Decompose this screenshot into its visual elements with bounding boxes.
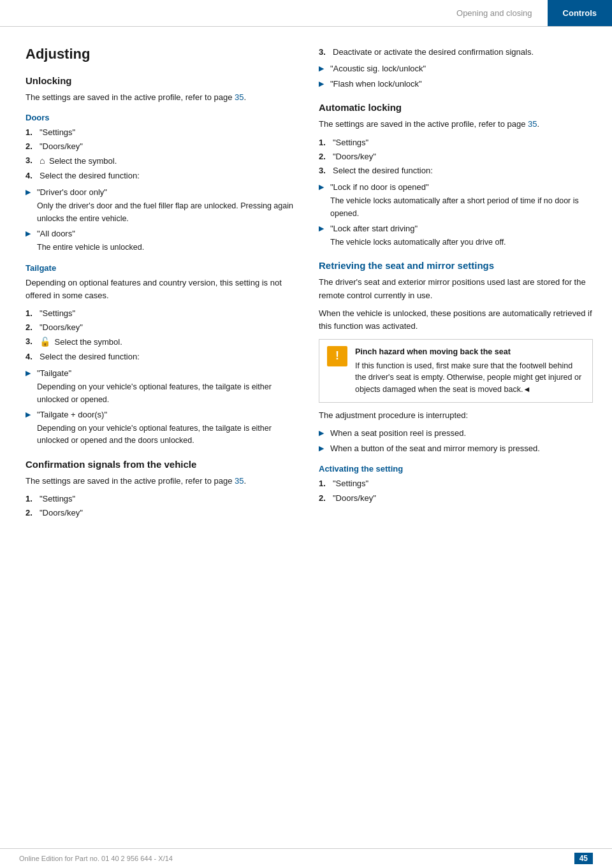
confirmation-intro: The settings are saved in the active pro… bbox=[26, 475, 300, 488]
retrieving-settings-title: Retrieving the seat and mirror settings bbox=[319, 260, 593, 271]
auto-locking-steps-list: 1. "Settings" 2. "Doors/key" 3. Select t… bbox=[319, 136, 593, 177]
doors-step-4: 4. Select the desired function: bbox=[26, 170, 300, 182]
auto-locking-bullets-list: ▶ "Lock if no door is opened" The vehicl… bbox=[319, 181, 593, 249]
confirmation-steps-list: 1. "Settings" 2. "Doors/key" bbox=[26, 493, 300, 519]
interrupted-bullets-list: ▶ When a seat position reel is pressed. … bbox=[319, 427, 593, 455]
bullet-arrow-icon: ▶ bbox=[319, 222, 330, 234]
auto-locking-intro: The settings are saved in the active pro… bbox=[319, 118, 593, 131]
activating-steps-list: 1. "Settings" 2. "Doors/key" bbox=[319, 477, 593, 504]
doors-bullet-1: ▶ "Driver's door only" Only the driver's… bbox=[26, 186, 300, 225]
tailgate-step-1: 1. "Settings" bbox=[26, 307, 300, 320]
page-number: 45 bbox=[574, 853, 593, 864]
retrieving-para2: When the vehicle is unlocked, these posi… bbox=[319, 307, 593, 333]
header-chapter-label: Controls bbox=[548, 0, 612, 26]
doors-bullets-list: ▶ "Driver's door only" Only the driver's… bbox=[26, 186, 300, 254]
main-content: Adjusting Unlocking The settings are sav… bbox=[0, 27, 612, 542]
auto-locking-bullet-2: ▶ "Lock after start driving" The vehicle… bbox=[319, 222, 593, 249]
bullet-arrow-icon: ▶ bbox=[319, 62, 330, 74]
bullet-arrow-icon: ▶ bbox=[26, 409, 37, 420]
doors-step-1: 1. "Settings" bbox=[26, 126, 300, 139]
tailgate-step-3: 3. 🔓 Select the symbol. bbox=[26, 335, 300, 349]
warning-content: Pinch hazard when moving back the seat I… bbox=[355, 346, 585, 396]
auto-locking-step-2: 2. "Doors/key" bbox=[319, 150, 593, 163]
auto-locking-bullet-1: ▶ "Lock if no door is opened" The vehicl… bbox=[319, 181, 593, 220]
confirmation-step-3: 3. Deactivate or activate the desired co… bbox=[319, 46, 593, 59]
confirmation-step-1: 1. "Settings" bbox=[26, 493, 300, 505]
page-title: Adjusting bbox=[26, 46, 300, 62]
warning-box: ! Pinch hazard when moving back the seat… bbox=[319, 339, 593, 403]
activating-step-2: 2. "Doors/key" bbox=[319, 492, 593, 505]
unlocking-title: Unlocking bbox=[26, 75, 300, 86]
confirmation-bullet-2: ▶ "Flash when lock/unlock" bbox=[319, 78, 593, 90]
header-navigation: Opening and closing Controls bbox=[441, 0, 612, 26]
right-column: 3. Deactivate or activate the desired co… bbox=[319, 46, 593, 523]
auto-locking-page-ref[interactable]: 35 bbox=[528, 119, 537, 129]
bullet-arrow-icon: ▶ bbox=[26, 367, 37, 379]
confirmation-step-2: 2. "Doors/key" bbox=[26, 507, 300, 519]
bullet-arrow-icon: ▶ bbox=[319, 442, 330, 454]
tailgate-bullet-2: ▶ "Tailgate + door(s)" Depending on your… bbox=[26, 409, 300, 447]
auto-locking-title: Automatic locking bbox=[319, 102, 593, 113]
unlocking-intro: The settings are saved in the active pro… bbox=[26, 91, 300, 104]
tailgate-intro: Depending on optional features and count… bbox=[26, 277, 300, 302]
door-symbol-icon: ⌂ bbox=[40, 154, 45, 168]
tailgate-bullet-1: ▶ "Tailgate" Depending on your vehicle's… bbox=[26, 367, 300, 406]
page-header: Opening and closing Controls bbox=[0, 0, 612, 27]
auto-locking-step-1: 1. "Settings" bbox=[319, 136, 593, 149]
bullet-arrow-icon: ▶ bbox=[319, 78, 330, 89]
doors-steps-list: 1. "Settings" 2. "Doors/key" 3. ⌂ Select… bbox=[26, 126, 300, 182]
retrieving-para1: The driver's seat and exterior mirror po… bbox=[319, 276, 593, 301]
footer-text: Online Edition for Part no. 01 40 2 956 … bbox=[19, 855, 173, 862]
interrupted-title: The adjustment procedure is interrupted: bbox=[319, 409, 593, 422]
left-column: Adjusting Unlocking The settings are sav… bbox=[26, 46, 300, 523]
confirmation-title: Confirmation signals from the vehicle bbox=[26, 459, 300, 470]
interrupted-bullet-2: ▶ When a button of the seat and mirror m… bbox=[319, 442, 593, 455]
doors-bullet-2: ▶ "All doors" The entire vehicle is unlo… bbox=[26, 228, 300, 254]
warning-body: If this function is used, first make sur… bbox=[355, 361, 581, 394]
confirmation-bullet-1: ▶ "Acoustic sig. lock/unlock" bbox=[319, 62, 593, 75]
bullet-arrow-icon: ▶ bbox=[319, 181, 330, 192]
confirmation-cont-steps: 3. Deactivate or activate the desired co… bbox=[319, 46, 593, 59]
tailgate-symbol-icon: 🔓 bbox=[40, 335, 50, 349]
tailgate-steps-list: 1. "Settings" 2. "Doors/key" 3. 🔓 Select… bbox=[26, 307, 300, 363]
doors-step-3: 3. ⌂ Select the symbol. bbox=[26, 154, 300, 168]
auto-locking-step-3: 3. Select the desired function: bbox=[319, 164, 593, 177]
doors-subtitle: Doors bbox=[26, 113, 300, 122]
header-section-label: Opening and closing bbox=[441, 0, 548, 26]
tailgate-bullets-list: ▶ "Tailgate" Depending on your vehicle's… bbox=[26, 367, 300, 447]
confirmation-bullets-list: ▶ "Acoustic sig. lock/unlock" ▶ "Flash w… bbox=[319, 62, 593, 90]
doors-step-2: 2. "Doors/key" bbox=[26, 140, 300, 153]
interrupted-bullet-1: ▶ When a seat position reel is pressed. bbox=[319, 427, 593, 440]
confirmation-page-ref[interactable]: 35 bbox=[235, 476, 244, 486]
warning-icon: ! bbox=[327, 346, 347, 366]
warning-title: Pinch hazard when moving back the seat bbox=[355, 346, 585, 358]
activating-subtitle: Activating the setting bbox=[319, 464, 593, 474]
page-footer: Online Edition for Part no. 01 40 2 956 … bbox=[0, 848, 612, 868]
activating-step-1: 1. "Settings" bbox=[319, 477, 593, 490]
bullet-arrow-icon: ▶ bbox=[26, 228, 37, 239]
tailgate-subtitle: Tailgate bbox=[26, 263, 300, 273]
tailgate-step-2: 2. "Doors/key" bbox=[26, 321, 300, 334]
bullet-arrow-icon: ▶ bbox=[319, 427, 330, 438]
unlocking-page-ref[interactable]: 35 bbox=[235, 92, 244, 102]
bullet-arrow-icon: ▶ bbox=[26, 186, 37, 198]
tailgate-step-4: 4. Select the desired function: bbox=[26, 351, 300, 363]
